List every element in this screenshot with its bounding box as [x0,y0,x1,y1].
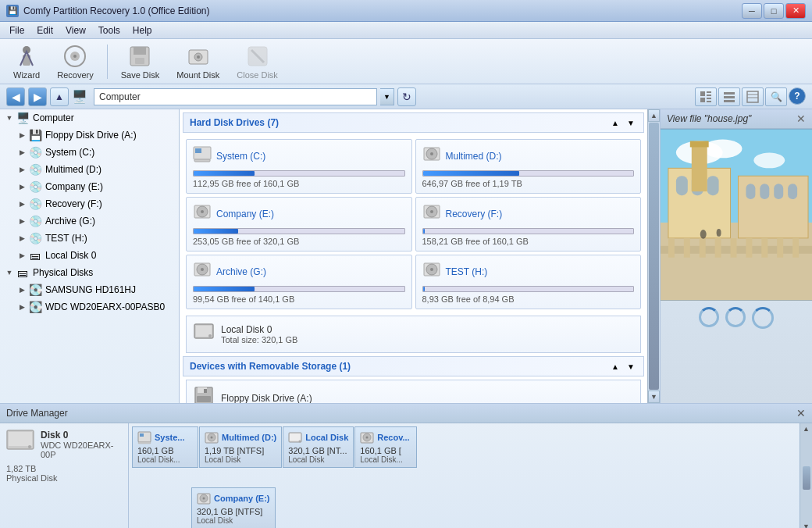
close-disk-button[interactable]: Close Disk [230,40,285,84]
view-details-button[interactable] [695,87,717,106]
tree-item-archive[interactable]: ▶ 💿 Archive (G:) [0,212,179,230]
menu-bar: File Edit View Tools Help [0,22,812,39]
drive-recovery-f-header: Recovery (F:) [422,202,635,225]
disk-name: Disk 0 [41,430,122,441]
partition-local-name: Local Disk [305,433,348,442]
drive-archive-g[interactable]: Archive (G:) 99,54 GB free of 140,1 GB [186,255,412,309]
partition-company[interactable]: Company (E:) 320,1 GB [NTFS] Local Disk [191,487,276,528]
view-grid-button[interactable] [742,87,764,106]
svg-point-95 [203,498,205,500]
tree-item-floppy[interactable]: ▶ 💾 Floppy Disk Drive (A:) [0,127,179,144]
svg-point-77 [717,229,721,237]
drive-test-h-info: 8,93 GB free of 8,94 GB [422,294,635,304]
svg-rect-68 [684,238,690,258]
drive-manager-scrollbar[interactable]: ▲ ▼ [800,423,812,528]
help-button[interactable]: ? [789,87,806,105]
address-input[interactable] [94,88,377,105]
refresh-button[interactable]: ↻ [397,87,416,106]
expand-samsung: ▶ [16,284,28,296]
menu-edit[interactable]: Edit [30,23,59,37]
address-bar: ◀ ▶ ▲ 🖥️ ▼ ↻ 🔍 ? [0,84,812,109]
drive-system-c[interactable]: System (C:) 112,95 GB free of 160,1 GB [186,139,412,194]
tree-item-computer[interactable]: ▼ 🖥️ Computer [0,109,179,127]
local-disk-name: Local Disk 0 [221,324,297,335]
tree-item-system-c[interactable]: ▶ 💿 System (C:) [0,144,179,161]
hdd-expand-button[interactable]: ▼ [625,116,637,129]
drive-recovery-f[interactable]: Recovery (F:) 158,21 GB free of 160,1 GB [415,197,642,252]
save-disk-button[interactable]: Save Disk [114,40,167,84]
removable-section-header: Devices with Removable Storage (1) ▲ ▼ [183,356,644,376]
spinner-2 [725,307,746,327]
view-list-button[interactable] [718,87,740,106]
partition-company-size: 320,1 GB [NTFS] [197,507,270,516]
tree-item-test[interactable]: ▶ 💿 TEST (H:) [0,230,179,247]
svg-rect-65 [788,184,797,199]
removable-expand-button[interactable]: ▼ [625,360,637,373]
scroll-thumb[interactable] [649,123,659,390]
partition-multimed-name: Multimed (D:) [222,433,276,442]
disk-type: Physical Disk [6,473,122,483]
wizard-icon [14,44,39,69]
app-icon: 💾 [6,5,19,17]
menu-tools[interactable]: Tools [92,23,126,37]
maximize-button[interactable]: □ [764,3,784,19]
tree-item-physical[interactable]: ▼ 🖴 Physical Disks [0,264,179,281]
local-disk-item[interactable]: Local Disk 0 Total size: 320,1 GB [186,316,641,353]
partition-system[interactable]: Syste... 160,1 GB Local Disk... [132,426,198,468]
scroll-up-button[interactable]: ▲ [648,109,660,122]
scroll-down-button[interactable]: ▼ [648,391,660,403]
tree-item-recovery[interactable]: ▶ 💿 Recovery (F:) [0,195,179,212]
menu-file[interactable]: File [3,23,30,37]
hdd-collapse-button[interactable]: ▲ [609,116,621,129]
drive-multimed-d[interactable]: Multimed (D:) 646,97 GB free of 1,19 TB [415,139,642,194]
drive-manager-content: Disk 0 WDC WD20EARX-00P 1,82 TB Physical… [0,423,812,528]
menu-view[interactable]: View [59,23,92,37]
drive-company-e-bar-fill [194,229,238,234]
tree-item-local-disk[interactable]: ▶ 🖴 Local Disk 0 [0,247,179,264]
drive-company-e[interactable]: Company (E:) 253,05 GB free of 320,1 GB [186,197,412,252]
search-button[interactable]: 🔍 [765,87,787,106]
removable-collapse-button[interactable]: ▲ [609,360,621,373]
svg-point-42 [430,268,433,271]
partition-recovery[interactable]: Recov... 160,1 GB [ Local Disk... [354,426,417,468]
svg-rect-73 [761,238,767,258]
address-icon: 🖥️ [72,89,87,104]
minimize-button[interactable]: ─ [742,3,762,19]
svg-rect-60 [690,141,709,147]
address-dropdown[interactable]: ▼ [380,88,394,105]
partition-local[interactable]: Local Disk 320,1 GB [NT... Local Disk [283,426,354,468]
svg-rect-82 [140,433,144,437]
partition-multimed-size: 1,19 TB [NTFS] [205,446,276,455]
drive-test-h[interactable]: TEST (H:) 8,93 GB free of 8,94 GB [415,255,642,309]
dm-scroll-thumb[interactable] [803,466,810,490]
drive-test-h-icon [422,260,441,283]
partition-multimed[interactable]: Multimed (D:) 1,19 TB [NTFS] Local Disk [199,426,282,468]
partition-local-size: 320,1 GB [NT... [288,446,348,455]
tree-item-wdc[interactable]: ▶ 💽 WDC WD20EARX-00PASB0 [0,298,179,316]
floppy-drive-item[interactable]: Floppy Disk Drive (A:) [186,380,641,403]
tree-item-multimed[interactable]: ▶ 💿 Multimed (D:) [0,161,179,178]
main-scrollbar[interactable]: ▲ ▼ [647,109,660,403]
dm-scroll-up[interactable]: ▲ [803,425,810,433]
back-button[interactable]: ◀ [6,87,25,106]
expand-physical[interactable]: ▼ [3,266,16,279]
expand-floppy: ▶ [16,129,28,141]
svg-rect-64 [774,184,783,199]
wizard-button[interactable]: Wizard [6,40,47,84]
drive-manager-close[interactable]: ✕ [796,407,806,419]
forward-button[interactable]: ▶ [28,87,47,106]
recovery-button[interactable]: Recovery [50,40,100,84]
tree-item-company[interactable]: ▶ 💿 Company (E:) [0,178,179,195]
close-button[interactable]: ✕ [785,3,806,19]
expand-computer[interactable]: ▼ [3,112,16,124]
preview-close-button[interactable]: ✕ [796,112,806,125]
drive-company-e-name: Company (E:) [216,209,274,219]
partition-multimed-icon [205,430,219,444]
tree-item-samsung[interactable]: ▶ 💽 SAMSUNG HD161HJ [0,281,179,298]
preview-title: View file "house.jpg" [667,113,751,124]
dm-scroll-down[interactable]: ▼ [803,523,810,528]
menu-help[interactable]: Help [126,23,158,37]
mount-disk-button[interactable]: Mount Disk [169,40,226,84]
up-button[interactable]: ▲ [50,87,69,106]
drive-test-h-name: TEST (H:) [446,266,488,277]
